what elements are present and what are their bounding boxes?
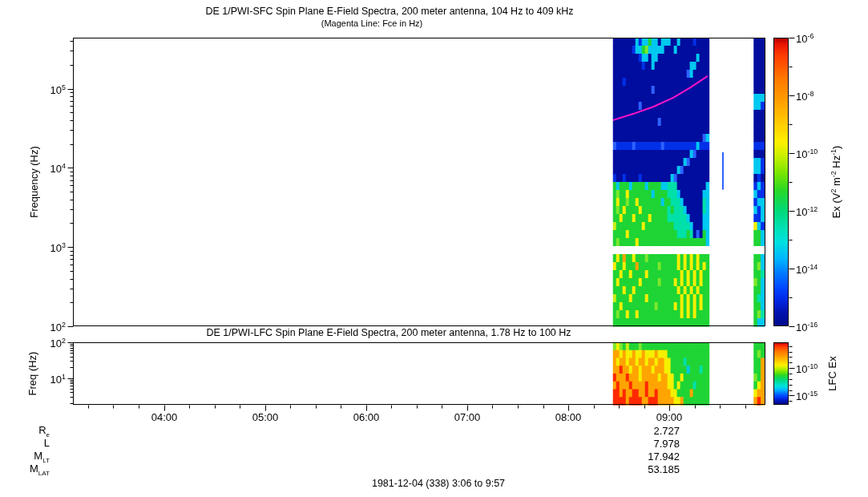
freq-tick-label: 103 <box>50 240 66 254</box>
ephemeris-value-mlt: 17.942 <box>648 451 680 463</box>
sfc-panel-title: DE 1/PWI-SFC Spin Plane E-Field Spectra,… <box>43 6 736 17</box>
colorbar-tick-label: 10-6 <box>796 30 813 45</box>
colorbar-tick-label: 10-10 <box>796 361 818 375</box>
colorbar-tick-label: 10-10 <box>796 146 818 160</box>
spectrogram-canvas <box>0 0 868 497</box>
sfc-panel-subtitle: (Magenta Line: Fce in Hz) <box>26 18 718 28</box>
freq-tick-label: 102 <box>50 335 66 350</box>
ephemeris-label-mlat: MLAT <box>30 463 50 479</box>
time-tick-label: 07:00 <box>447 412 487 423</box>
lfc-panel-title: DE 1/PWI-LFC Spin Plane E-Field Spectra,… <box>42 327 735 338</box>
time-tick-label: 09:00 <box>649 412 689 423</box>
sfc-colorbar <box>773 38 789 326</box>
date-range-footer: 1981-12-04 (338) 3:06 to 9:57 <box>92 478 785 489</box>
colorbar-tick-label: 10-8 <box>796 88 813 103</box>
time-tick-label: 04:00 <box>144 412 184 423</box>
time-tick-label: 06:00 <box>346 412 386 423</box>
lfc-colorbar-unit-label: LFC Ex <box>826 356 838 390</box>
freq-tick-label: 105 <box>50 82 66 96</box>
freq-tick-label: 101 <box>50 371 66 386</box>
colorbar-tick-label: 10-12 <box>796 204 818 218</box>
freq-tick-label: 104 <box>50 160 66 175</box>
freq-tick-label: 102 <box>50 319 66 333</box>
ephemeris-value-re: 2.727 <box>653 426 680 437</box>
time-tick-label: 05:00 <box>245 412 285 423</box>
sfc-yaxis-label: Frequency (Hz) <box>28 146 40 218</box>
colorbar-tick-label: 10-14 <box>796 261 818 276</box>
lfc-yaxis-label: Freq (Hz) <box>26 352 38 396</box>
ephemeris-value-mlat: 53.185 <box>648 464 680 475</box>
ephemeris-value-l: 7.978 <box>653 438 680 450</box>
colorbar-tick-label: 10-15 <box>796 388 818 402</box>
pwi-spectrogram-page: DE 1/PWI-SFC Spin Plane E-Field Spectra,… <box>0 0 868 497</box>
time-tick-label: 08:00 <box>548 412 588 423</box>
colorbar-tick-label: 10-16 <box>796 319 818 333</box>
lfc-colorbar <box>773 342 789 405</box>
sfc-colorbar-unit-label: Ex (V2 m-2 Hz-1) <box>830 146 842 219</box>
